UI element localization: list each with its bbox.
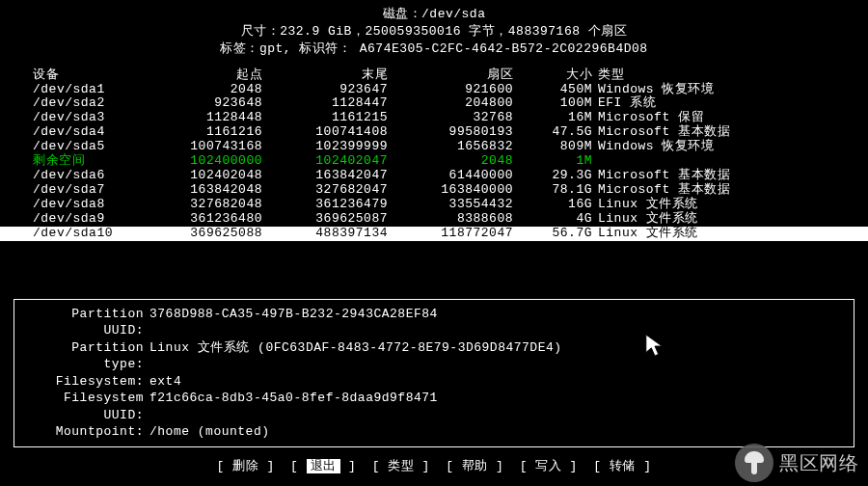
cell-dev: /dev/sda5 bbox=[29, 140, 145, 154]
row-marker bbox=[0, 140, 29, 154]
row-marker bbox=[0, 96, 29, 111]
info-value: /home (mounted) bbox=[149, 423, 270, 441]
cell-sectors: 32768 bbox=[395, 111, 521, 125]
cell-start: 102400000 bbox=[145, 154, 270, 169]
row-marker bbox=[0, 125, 29, 140]
info-label: Partition UUID: bbox=[24, 306, 149, 339]
menu-item-退出[interactable]: [ 退出 ] bbox=[290, 457, 356, 474]
cell-type: Microsoft 基本数据 bbox=[598, 183, 820, 198]
cell-end: 369625087 bbox=[270, 212, 395, 227]
col-sectors: 扇区 bbox=[395, 68, 521, 83]
info-label: Partition type: bbox=[24, 339, 149, 373]
table-row[interactable]: /dev/sda936123648036962508783886084GLinu… bbox=[0, 212, 868, 227]
table-row[interactable]: /dev/sda29236481128447204800100MEFI 系统 bbox=[0, 96, 868, 111]
cell-sectors: 33554432 bbox=[395, 198, 521, 212]
info-value: f21c66ca-8db3-45a0-8fef-8daa9d9f8471 bbox=[149, 390, 438, 423]
cell-dev: /dev/sda1 bbox=[29, 83, 145, 97]
row-marker bbox=[0, 183, 29, 198]
cell-start: 361236480 bbox=[145, 212, 270, 227]
info-line: Partition UUID: 3768D988-CA35-497B-B232-… bbox=[24, 306, 844, 339]
row-marker bbox=[0, 169, 29, 183]
table-row[interactable]: /dev/sda12048923647921600450MWindows 恢复环… bbox=[0, 83, 868, 97]
cell-type: Microsoft 基本数据 bbox=[598, 125, 820, 140]
table-row[interactable]: /dev/sda411612161007414089958019347.5GMi… bbox=[0, 125, 868, 140]
disk-header: 磁盘：/dev/sda 尺寸：232.9 GiB，250059350016 字节… bbox=[0, 0, 868, 59]
cell-end: 361236479 bbox=[270, 198, 395, 212]
cell-end: 102402047 bbox=[270, 154, 395, 169]
cell-size: 47.5G bbox=[521, 125, 598, 140]
disk-size-line: 尺寸：232.9 GiB，250059350016 字节，488397168 个… bbox=[0, 23, 868, 40]
cell-type: Linux 文件系统 bbox=[598, 227, 820, 241]
table-row[interactable]: >>/dev/sda103696250884883971341187720475… bbox=[0, 227, 868, 241]
cell-size: 16M bbox=[521, 111, 598, 125]
cell-end: 923647 bbox=[270, 83, 395, 97]
info-line: Partition type: Linux 文件系统 (0FC63DAF-848… bbox=[24, 339, 844, 373]
col-type: 类型 bbox=[598, 68, 820, 83]
cell-type: Linux 文件系统 bbox=[598, 212, 820, 227]
identifier-label: 标识符： bbox=[299, 41, 351, 56]
cell-sectors: 61440000 bbox=[395, 169, 521, 183]
row-marker bbox=[0, 154, 29, 169]
cell-type: Linux 文件系统 bbox=[598, 198, 820, 212]
cell-start: 100743168 bbox=[145, 140, 270, 154]
cell-type: Windows 恢复环境 bbox=[598, 140, 820, 154]
cell-sectors: 204800 bbox=[395, 96, 521, 111]
table-row[interactable]: /dev/sda51007431681023999991656832809MWi… bbox=[0, 140, 868, 154]
partition-info-box: Partition UUID: 3768D988-CA35-497B-B232-… bbox=[14, 299, 854, 447]
cell-size: 78.1G bbox=[521, 183, 598, 198]
watermark: 黑区网络 bbox=[735, 444, 858, 482]
disk-label: 磁盘： bbox=[383, 7, 422, 21]
cell-dev: /dev/sda2 bbox=[29, 96, 145, 111]
cell-type: Microsoft 保留 bbox=[598, 111, 820, 125]
cell-dev: /dev/sda3 bbox=[29, 111, 145, 125]
table-row[interactable]: 剩余空间10240000010240204720481M bbox=[0, 154, 868, 169]
cell-sectors: 8388608 bbox=[395, 212, 521, 227]
cell-dev: 剩余空间 bbox=[29, 154, 145, 169]
menu-item-类型[interactable]: [ 类型 ] bbox=[372, 457, 430, 474]
cell-type bbox=[598, 154, 820, 169]
cell-end: 327682047 bbox=[270, 183, 395, 198]
cell-end: 100741408 bbox=[270, 125, 395, 140]
info-value: Linux 文件系统 (0FC63DAF-8483-4772-8E79-3D69… bbox=[149, 339, 562, 373]
label-prefix: 标签：gpt, bbox=[220, 41, 291, 56]
col-start: 起点 bbox=[145, 68, 270, 83]
cell-sectors: 2048 bbox=[395, 154, 521, 169]
cell-dev: /dev/sda10 bbox=[29, 227, 145, 241]
partition-table: 设备 起点 末尾 扇区 大小 类型 /dev/sda12048923647921… bbox=[0, 68, 868, 241]
col-size: 大小 bbox=[521, 68, 598, 83]
cell-sectors: 1656832 bbox=[395, 140, 521, 154]
col-device: 设备 bbox=[29, 68, 145, 83]
cell-size: 16G bbox=[521, 198, 598, 212]
cell-sectors: 163840000 bbox=[395, 183, 521, 198]
info-value: ext4 bbox=[149, 373, 181, 391]
cell-dev: /dev/sda7 bbox=[29, 183, 145, 198]
menu-item-帮助[interactable]: [ 帮助 ] bbox=[446, 457, 503, 474]
menu-item-删除[interactable]: [ 删除 ] bbox=[217, 457, 275, 474]
cell-sectors: 921600 bbox=[395, 83, 521, 97]
table-row[interactable]: /dev/sda83276820483612364793355443216GLi… bbox=[0, 198, 868, 212]
menu-item-写入[interactable]: [ 写入 ] bbox=[520, 457, 578, 474]
row-marker bbox=[0, 212, 29, 227]
cell-size: 100M bbox=[521, 96, 598, 111]
cell-size: 809M bbox=[521, 140, 598, 154]
info-line: Filesystem: ext4 bbox=[24, 373, 844, 391]
table-row[interactable]: /dev/sda3112844811612153276816MMicrosoft… bbox=[0, 111, 868, 125]
row-marker: >> bbox=[0, 227, 29, 241]
col-end: 末尾 bbox=[270, 68, 395, 83]
cell-type: Windows 恢复环境 bbox=[598, 83, 820, 97]
cell-size: 450M bbox=[521, 83, 598, 97]
cell-size: 4G bbox=[521, 212, 598, 227]
row-marker bbox=[0, 198, 29, 212]
cell-sectors: 99580193 bbox=[395, 125, 521, 140]
cell-start: 923648 bbox=[145, 96, 270, 111]
cell-sectors: 118772047 bbox=[395, 227, 521, 241]
info-label: Filesystem: bbox=[24, 373, 149, 391]
table-header-row: 设备 起点 末尾 扇区 大小 类型 bbox=[0, 68, 868, 83]
disk-path: /dev/sda bbox=[421, 7, 485, 21]
table-row[interactable]: /dev/sda716384204832768204716384000078.1… bbox=[0, 183, 868, 198]
menu-item-转储[interactable]: [ 转储 ] bbox=[593, 457, 651, 474]
cell-start: 327682048 bbox=[145, 198, 270, 212]
cell-size: 56.7G bbox=[521, 227, 598, 241]
cell-start: 1128448 bbox=[145, 111, 270, 125]
table-row[interactable]: /dev/sda61024020481638420476144000029.3G… bbox=[0, 169, 868, 183]
